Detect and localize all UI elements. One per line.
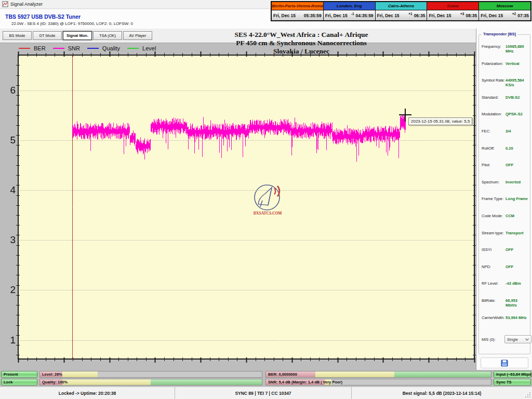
field-label: Symbol Rate: — [482, 78, 506, 83]
y-axis-tick-label: 1 — [2, 335, 16, 346]
field-label: RF Level: — [482, 281, 506, 286]
clock-utc-offset: +2 — [512, 12, 516, 16]
transponder-groupbox-title: Transponder [BS] — [482, 32, 517, 36]
transponder-panel: Transponder [BS] Frequency: 10985,889 MH… — [476, 29, 532, 370]
transponder-field-row: Code Mode: CCM — [482, 214, 529, 231]
field-value: 3/4 — [506, 129, 511, 134]
snapshot-save-button[interactable] — [481, 357, 528, 368]
mode-tabs: BS Mode DT Mode Signal Mon. TSA (OK) AV … — [3, 31, 152, 40]
gauge-segment — [315, 371, 394, 377]
tuner-details: 22.0W - SES 4 (ID: 3380) @ LOF1: 9750000… — [11, 21, 133, 26]
field-value: DVB-S2 — [506, 95, 520, 100]
transponder-field-row: ISSYI OFF — [482, 247, 529, 264]
transponder-field-row: Standard: DVB-S2 — [482, 95, 529, 112]
field-value: OFF — [506, 264, 513, 269]
sync-ts-indicator: Sync TS — [494, 379, 531, 385]
field-label: FEC: — [482, 129, 506, 134]
clock-time: 07:35 — [517, 13, 529, 18]
transponder-field-row: Pilot: OFF — [482, 163, 529, 180]
statusbar-best-signal: Best signal: 5,5 dB (2023-12-14 15:14) — [352, 387, 532, 399]
clock-date: Fri, Dec 15 — [481, 13, 512, 18]
chart-shell: SES 4-22.0°W_West Africa : Canal+ Afriqu… — [0, 43, 476, 370]
field-value: Long Frame — [506, 196, 528, 201]
clock-date: Fri, Dec 15 — [377, 13, 409, 18]
cursor-crosshair-icon — [399, 114, 411, 115]
field-label: Modulation: — [482, 112, 506, 116]
world-clock: London, Eng Fri, Dec 15 -1 04:35:59 — [324, 2, 376, 20]
field-label: RollOff: — [482, 146, 506, 151]
clock-utc-offset: +1 — [408, 12, 412, 16]
field-value: OFF — [506, 163, 513, 167]
mode-tab-button[interactable]: Signal Mon. — [63, 31, 92, 40]
field-value: 44995,584 KS/s — [506, 78, 529, 87]
field-value: 10985,889 MHz — [506, 44, 529, 54]
input-rate-indicator: Input (~63,84 Mbps) — [494, 371, 531, 378]
field-label: Standard: — [482, 95, 506, 100]
mode-tab-button[interactable]: TSA (OK) — [93, 31, 122, 40]
mis-label: MIS (0): — [482, 337, 503, 342]
field-value: Vertical — [506, 61, 520, 66]
y-axis-tick-label: 2 — [2, 284, 16, 296]
signal-plot-canvas[interactable] — [13, 50, 480, 364]
mode-tab-button[interactable]: AV Player — [123, 31, 152, 40]
clock-city-label: Dubai — [427, 2, 478, 10]
transponder-field-row: Stream type: Transport — [482, 231, 529, 248]
field-label: Frame Type: — [482, 196, 506, 201]
gauge-segment — [394, 371, 491, 377]
transponder-field-row: RF Level: -43 dBm — [482, 281, 529, 298]
mis-select-dropdown[interactable]: Single — [504, 335, 531, 343]
legend-color-swatch — [87, 48, 99, 49]
world-clock: Berlin-Paris-Vienna-Roma Fri, Dec 15 05:… — [272, 2, 324, 20]
ber-gauge: BER: 0,0000000 — [265, 371, 491, 378]
field-label: BitRate: — [482, 298, 506, 303]
clock-city-label: Berlin-Paris-Vienna-Roma — [272, 2, 323, 10]
field-value: 53,994 MHz — [506, 315, 526, 320]
clock-time: 06:35 — [414, 13, 425, 18]
world-clocks: Berlin-Paris-Vienna-Roma Fri, Dec 15 05:… — [271, 1, 531, 21]
field-value: Transport — [506, 231, 524, 235]
floppy-disk-icon — [501, 360, 508, 367]
field-value: -43 dBm — [506, 281, 521, 286]
transponder-field-row: CarrierWidth: 53,994 MHz — [482, 315, 529, 332]
transponder-fields: Frequency: 10985,889 MHz Polarization: V… — [482, 44, 529, 332]
legend-color-swatch — [19, 48, 30, 49]
cursor-tooltip: 2023-12-15 05.31.08, value: 5,5 — [408, 117, 472, 125]
gauge-zone: Present Lock Level: 26% Quality: 100% BE… — [0, 370, 532, 387]
world-clock: Moscow Fri, Dec 15 +2 07:35 — [479, 2, 530, 20]
field-value: CCM — [506, 214, 514, 218]
clock-city-label: Cairo-Athens — [376, 2, 427, 10]
field-value: 0.20 — [506, 146, 513, 151]
statusbar-lock-uptime: Locked -> Uptime: 20:20:38 — [0, 387, 175, 399]
gauge-segment — [62, 379, 151, 385]
transponder-field-row: Frequency: 10985,889 MHz — [482, 44, 529, 61]
mode-tab-button[interactable]: BS Mode — [3, 31, 32, 40]
level-gauge: Level: 26% — [39, 371, 262, 378]
field-value: 66,953 Mbit/s — [506, 298, 529, 308]
mode-tab-button[interactable]: DT Mode — [33, 31, 62, 40]
lock-indicator: Lock — [1, 379, 37, 385]
field-label: Stream type: — [482, 231, 506, 235]
gauge-segment — [151, 379, 262, 385]
mis-row: MIS (0): Single — [482, 335, 531, 343]
field-value: Inverted — [506, 180, 521, 184]
field-label: CarrierWidth: — [482, 315, 506, 320]
resize-grip[interactable] — [525, 392, 531, 398]
world-clock: Dubai Fri, Dec 15 +3 08:35 — [427, 2, 479, 20]
y-axis-tick-label: 6 — [2, 85, 16, 96]
snr-gauge: SNR: 5,4 dB (Margin: 1,4 dB | Very Poor) — [265, 379, 491, 385]
legend-color-swatch — [53, 48, 64, 49]
mis-selected-value: Single — [507, 337, 518, 342]
clock-date: Fri, Dec 15 — [429, 13, 460, 18]
chevron-down-icon — [525, 338, 529, 341]
transponder-field-row: Symbol Rate: 44995,584 KS/s — [482, 78, 529, 95]
y-axis-tick-label: 3 — [2, 234, 16, 246]
transponder-field-row: Modulation: QPSK-S2 — [482, 112, 529, 129]
app-icon — [2, 1, 8, 7]
clock-utc-offset: -1 — [351, 12, 354, 16]
transponder-field-row: FEC: 3/4 — [482, 129, 529, 146]
clock-time: 04:35:59 — [356, 13, 374, 18]
present-indicator: Present — [1, 371, 37, 378]
legend-color-swatch — [127, 48, 139, 49]
clock-city-label: Moscow — [479, 2, 530, 10]
transponder-field-row: RollOff: 0.20 — [482, 146, 529, 163]
